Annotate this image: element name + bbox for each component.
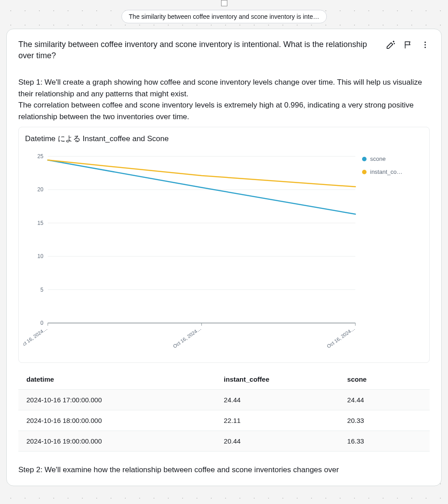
table-cell: 2024-10-16 19:00:00.000 — [18, 431, 216, 452]
legend-dot-icon — [362, 157, 367, 161]
chart-container: Datetime による Instant_coffee and Scone 05… — [18, 127, 430, 363]
chart-legend: scone instant_co… — [362, 148, 425, 359]
table-cell: 22.11 — [216, 410, 339, 431]
table-header-row: datetime instant_coffee scone — [18, 369, 430, 390]
step1-paragraph: Step 1: We'll create a graph showing how… — [18, 77, 430, 122]
legend-label: scone — [370, 155, 386, 162]
table-row[interactable]: 2024-10-16 17:00:00.00024.4424.44 — [18, 390, 430, 410]
svg-text:Oct 16, 2024…: Oct 16, 2024… — [172, 326, 202, 349]
chart-plot-area[interactable]: 0510152025Oct 16, 2024…Oct 16, 2024…Oct … — [23, 148, 362, 359]
svg-text:0: 0 — [40, 320, 43, 326]
table-cell: 20.44 — [216, 431, 339, 452]
legend-item-instant-coffee[interactable]: instant_co… — [362, 168, 425, 175]
canvas-background: The similarity between coffee inventory … — [0, 0, 448, 504]
table-cell: 20.33 — [339, 410, 430, 431]
svg-point-1 — [425, 44, 426, 46]
step2-paragraph: Step 2: We'll examine how the relationsh… — [18, 464, 430, 476]
flag-icon[interactable] — [404, 40, 413, 49]
svg-text:20: 20 — [38, 187, 44, 193]
table-cell: 16.33 — [339, 431, 430, 452]
step1-line2: The correlation between coffee and scone… — [18, 99, 430, 122]
svg-point-0 — [425, 42, 426, 43]
more-vertical-icon[interactable] — [421, 40, 430, 49]
legend-item-scone[interactable]: scone — [362, 155, 425, 162]
table-cell: 2024-10-16 17:00:00.000 — [18, 390, 216, 410]
table-cell: 24.44 — [339, 390, 430, 410]
legend-label: instant_co… — [370, 168, 402, 175]
table-cell: 24.44 — [216, 390, 339, 410]
step1-line1: Step 1: We'll create a graph showing how… — [18, 77, 430, 99]
svg-text:15: 15 — [38, 220, 44, 226]
svg-text:10: 10 — [38, 254, 44, 260]
svg-text:5: 5 — [40, 287, 43, 293]
svg-text:Oct 16, 2024…: Oct 16, 2024… — [326, 326, 356, 349]
breadcrumb-chip[interactable]: The similarity between coffee inventory … — [121, 10, 327, 23]
card-header: The similarity between coffee inventory … — [18, 39, 430, 61]
table-row[interactable]: 2024-10-16 18:00:00.00022.1120.33 — [18, 410, 430, 431]
svg-point-2 — [425, 47, 426, 48]
edit-sparkle-icon[interactable] — [386, 40, 396, 50]
chart-title: Datetime による Instant_coffee and Scone — [25, 134, 425, 144]
svg-text:25: 25 — [38, 153, 44, 159]
svg-text:Oct 16, 2024…: Oct 16, 2024… — [23, 326, 48, 349]
table-cell: 2024-10-16 18:00:00.000 — [18, 410, 216, 431]
legend-dot-icon — [362, 170, 367, 174]
col-scone[interactable]: scone — [339, 369, 430, 390]
connector-node[interactable] — [221, 0, 227, 6]
data-table: datetime instant_coffee scone 2024-10-16… — [18, 369, 430, 452]
header-actions — [386, 39, 430, 50]
page-title: The similarity between coffee inventory … — [18, 39, 379, 61]
table-row[interactable]: 2024-10-16 19:00:00.00020.4416.33 — [18, 431, 430, 452]
analysis-card: The similarity between coffee inventory … — [6, 29, 442, 486]
col-datetime[interactable]: datetime — [18, 369, 216, 390]
col-instant-coffee[interactable]: instant_coffee — [216, 369, 339, 390]
